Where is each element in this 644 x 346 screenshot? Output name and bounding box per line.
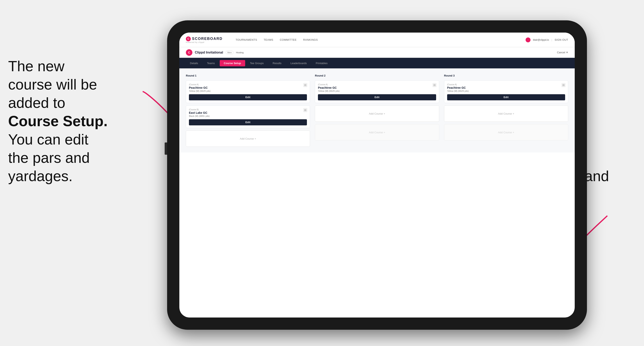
round-1-add-course-button[interactable]: Add Course +	[186, 131, 310, 147]
tournament-bar: C Clippd Invitational Men Hosting Cancel…	[179, 47, 575, 58]
tournament-gender-badge: Men	[226, 51, 234, 54]
round-1-course-a-name: Peachtree GC	[189, 86, 307, 89]
round-3-course-a-details: Yellow (M) (6629 yds)	[447, 90, 565, 92]
round-3-course-a-card: ⊟ (Course A) Peachtree GC Yellow (M) (66…	[444, 80, 568, 103]
annotation-line4: You can edit	[8, 131, 88, 148]
round-1-course-a-delete[interactable]: ⊟	[303, 83, 307, 87]
tournament-info: C Clippd Invitational Men Hosting	[186, 49, 244, 56]
tab-details[interactable]: Details	[186, 60, 202, 66]
round-1-course-b-label: (Course B)	[189, 109, 307, 111]
tablet-screen: C SCOREBOARD Powered by clippd TOURNAMEN…	[179, 32, 575, 318]
round-3-course-a-name: Peachtree GC	[447, 86, 565, 89]
round-1-course-a-label: (Course A)	[189, 83, 307, 86]
round-3-label: Round 3	[444, 74, 568, 77]
logo-icon: C	[186, 36, 191, 41]
tab-tee-groups[interactable]: Tee Groups	[246, 60, 268, 66]
tab-results[interactable]: Results	[268, 60, 286, 66]
round-1-course-a-card: ⊟ (Course A) Peachtree GC Yellow (M) (66…	[186, 80, 310, 103]
round-3-add-course-button[interactable]: Add Course +	[444, 105, 568, 122]
tablet-shell: C SCOREBOARD Powered by clippd TOURNAMEN…	[167, 20, 587, 330]
annotation-line1: The new	[8, 58, 64, 74]
annotation-line3: added to	[8, 95, 65, 111]
round-2-course-a-name: Peachtree GC	[318, 86, 436, 89]
nav-email: blair@clippd.io	[533, 38, 549, 41]
tablet-side-button	[165, 143, 167, 155]
round-3-course-a-edit-button[interactable]: Edit	[447, 94, 565, 100]
round-1-label: Round 1	[186, 74, 310, 77]
top-nav: C SCOREBOARD Powered by clippd TOURNAMEN…	[179, 32, 575, 47]
tab-leaderboards[interactable]: Leaderboards	[286, 60, 311, 66]
nav-tournaments[interactable]: TOURNAMENTS	[236, 37, 257, 42]
nav-avatar	[526, 37, 530, 42]
round-2-course-a-delete[interactable]: ⊟	[432, 83, 436, 87]
tournament-logo: C	[186, 49, 192, 56]
round-3-course-a-label: (Course A)	[447, 83, 565, 86]
tab-teams[interactable]: Teams	[203, 60, 219, 66]
annotation-line5: the pars and	[8, 150, 90, 166]
annotation-left: The new course will be added to Course S…	[8, 57, 147, 185]
round-1-course-a-edit-button[interactable]: Edit	[189, 94, 307, 100]
sign-out-link[interactable]: Sign out	[554, 37, 568, 42]
round-1-course-a-details: Yellow (M) (6629 yds)	[189, 90, 307, 92]
tab-printables[interactable]: Printables	[312, 60, 332, 66]
round-1-course-b-details: Black (M) (6891 yds)	[189, 115, 307, 117]
annotation-line2: course will be	[8, 76, 97, 93]
round-2-course-a-edit-button[interactable]: Edit	[318, 94, 436, 100]
round-2-add-course-button[interactable]: Add Course +	[315, 105, 439, 122]
nav-links: TOURNAMENTS TEAMS COMMITTEE RANKINGS	[236, 37, 518, 42]
round-2-add-course-disabled: Add Course +	[315, 124, 439, 141]
tabs-bar: Details Teams Course Setup Tee Groups Re…	[179, 58, 575, 68]
logo-sub: Powered by clippd	[186, 41, 222, 43]
round-2-label: Round 2	[315, 74, 439, 77]
cancel-button[interactable]: Cancel ✕	[557, 51, 568, 54]
tab-course-setup[interactable]: Course Setup	[220, 60, 245, 66]
nav-teams[interactable]: TEAMS	[264, 37, 273, 42]
logo-scoreboard: SCOREBOARD	[192, 37, 222, 41]
nav-rankings[interactable]: RANKINGS	[303, 37, 318, 42]
round-2-course-a-details: Yellow (M) (6629 yds)	[318, 90, 436, 92]
round-1-course-b-edit-button[interactable]: Edit	[189, 119, 307, 125]
nav-committee[interactable]: COMMITTEE	[280, 37, 297, 42]
round-2-column: Round 2 ⊟ (Course A) Peachtree GC Yellow…	[315, 74, 439, 147]
round-2-course-a-card: ⊟ (Course A) Peachtree GC Yellow (M) (66…	[315, 80, 439, 103]
round-1-course-b-delete[interactable]: ⊟	[303, 108, 307, 112]
round-3-add-course-disabled: Add Course +	[444, 124, 568, 141]
annotation-line6: yardages.	[8, 168, 72, 184]
rounds-grid: Round 1 ⊟ (Course A) Peachtree GC Yellow…	[186, 74, 568, 147]
main-content: Round 1 ⊟ (Course A) Peachtree GC Yellow…	[179, 68, 575, 153]
round-3-column: Round 3 ⊟ (Course A) Peachtree GC Yellow…	[444, 74, 568, 147]
annotation-bold: Course Setup.	[8, 113, 108, 129]
round-1-course-b-name: East Lake GC	[189, 111, 307, 114]
round-3-course-a-delete[interactable]: ⊟	[562, 83, 566, 87]
logo-area: C SCOREBOARD Powered by clippd	[186, 36, 222, 43]
round-1-column: Round 1 ⊟ (Course A) Peachtree GC Yellow…	[186, 74, 310, 147]
tournament-name: Clippd Invitational	[195, 51, 223, 54]
nav-right: blair@clippd.io | Sign out	[526, 37, 568, 42]
round-1-course-b-card: ⊟ (Course B) East Lake GC Black (M) (689…	[186, 105, 310, 128]
hosting-badge: Hosting	[236, 51, 244, 54]
round-2-course-a-label: (Course A)	[318, 83, 436, 86]
